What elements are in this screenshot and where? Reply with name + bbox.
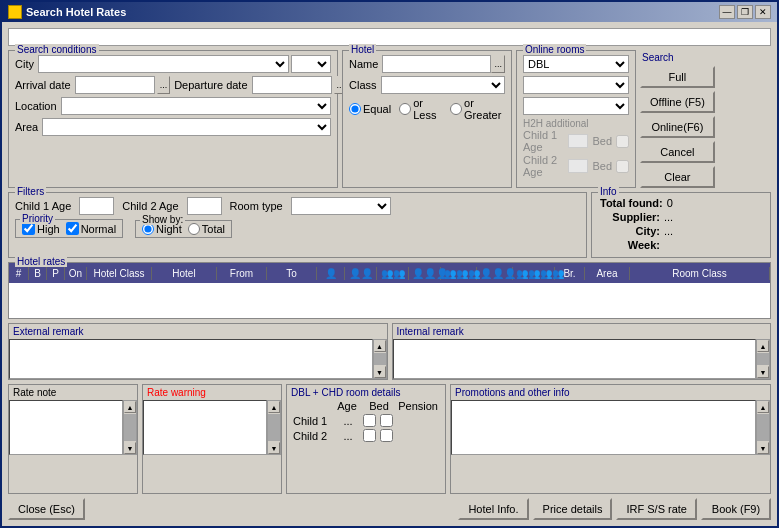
child2-name: Child 2	[293, 430, 333, 442]
arrival-label: Arrival date	[15, 79, 71, 91]
rate-warning-textarea[interactable]	[143, 400, 267, 455]
book-button[interactable]: Book (F9)	[701, 498, 771, 520]
location-select[interactable]	[61, 97, 331, 115]
h2h-bed-label2: Bed	[592, 160, 612, 172]
child2-pension-check[interactable]	[380, 429, 393, 442]
hotel-name-picker[interactable]: ...	[491, 55, 505, 73]
price-details-button[interactable]: Price details	[533, 498, 613, 520]
child1-bed-check[interactable]	[363, 414, 376, 427]
hotel-rates-label: Hotel rates	[15, 256, 67, 267]
child1-age-input[interactable]	[79, 197, 114, 215]
scroll-up-arrow2[interactable]: ▲	[757, 340, 769, 352]
hotel-rates-group: Hotel rates # B P On Hotel Class Hotel F…	[8, 262, 771, 319]
col-room-class: Room Class	[630, 267, 770, 280]
col-pax5: 👥👥👥	[441, 267, 477, 280]
restore-button[interactable]: ❐	[737, 5, 753, 19]
scroll-down4[interactable]: ▼	[268, 442, 280, 454]
scroll-up5[interactable]: ▲	[757, 401, 769, 413]
high-priority-label: High	[37, 223, 60, 235]
scroll-thumb	[374, 353, 386, 365]
hotel-name-input[interactable]	[382, 55, 491, 73]
promotions-textarea[interactable]	[451, 400, 756, 455]
content-area: Search conditions City Arrival date ... …	[2, 22, 777, 526]
h2h-child2-age-input	[568, 159, 589, 173]
online-room-select1[interactable]: DBL	[523, 55, 629, 73]
col-area: Area	[585, 267, 630, 280]
close-button[interactable]: ✕	[755, 5, 771, 19]
child1-pension-check[interactable]	[380, 414, 393, 427]
online-rooms-group: Online rooms DBL H2H additional Child 1 …	[516, 50, 636, 188]
minimize-button[interactable]: —	[719, 5, 735, 19]
total-found-row: Total found: 0	[600, 197, 762, 209]
normal-priority-check[interactable]	[66, 222, 79, 235]
cancel-button[interactable]: Cancel	[640, 141, 715, 163]
online-room-select3[interactable]	[523, 97, 629, 115]
rate-note-textarea[interactable]	[9, 400, 123, 455]
scroll-up-arrow[interactable]: ▲	[374, 340, 386, 352]
clear-button[interactable]: Clear	[640, 166, 715, 188]
col-pax1: 👤	[317, 267, 345, 280]
room-type-select[interactable]	[291, 197, 391, 215]
rate-note-wrapper: ▲ ▼	[9, 400, 137, 455]
scroll-up3[interactable]: ▲	[124, 401, 136, 413]
internal-remark-label: Internal remark	[393, 324, 771, 339]
online-room-select2[interactable]	[523, 76, 629, 94]
footer-buttons: Close (Esc) Hotel Info. Price details IR…	[8, 498, 771, 520]
scroll-down-arrow2[interactable]: ▼	[757, 366, 769, 378]
or-less-label: or Less	[413, 97, 442, 121]
full-search-button[interactable]: Full	[640, 66, 715, 88]
priority-label: Priority	[20, 213, 55, 224]
scroll-down-arrow[interactable]: ▼	[374, 366, 386, 378]
close-button[interactable]: Close (Esc)	[8, 498, 85, 520]
filters-bottom-row: Priority High Normal	[15, 219, 580, 238]
h2h-child2-bed-check[interactable]	[616, 160, 629, 173]
hotel-class-label: Class	[349, 79, 377, 91]
or-greater-label: or Greater	[464, 97, 505, 121]
city-select2[interactable]	[291, 55, 331, 73]
online-search-button[interactable]: Online(F6)	[640, 116, 715, 138]
col-hotel-class: Hotel Class	[87, 267, 152, 280]
h2h-child1-bed-check[interactable]	[616, 135, 629, 148]
equal-label: Equal	[363, 103, 391, 115]
departure-date-input[interactable]	[252, 76, 332, 94]
offline-search-button[interactable]: Offline (F5)	[640, 91, 715, 113]
scroll-down5[interactable]: ▼	[757, 442, 769, 454]
or-less-radio[interactable]	[399, 103, 411, 115]
child2-age-val: ...	[337, 430, 359, 442]
arrival-date-input[interactable]	[75, 76, 155, 94]
external-remark-textarea[interactable]	[9, 339, 373, 379]
hotel-info-button[interactable]: Hotel Info.	[458, 498, 528, 520]
col-p: P	[47, 267, 65, 280]
equal-radio[interactable]	[349, 103, 361, 115]
total-radio[interactable]	[188, 223, 200, 235]
col-hotel: Hotel	[152, 267, 217, 280]
rates-header: # B P On Hotel Class Hotel From To 👤 👤👤 …	[9, 263, 770, 283]
external-remark-label: External remark	[9, 324, 387, 339]
child1-age-val: ...	[337, 415, 359, 427]
arrival-date-picker[interactable]: ...	[157, 76, 171, 94]
top-bar	[8, 28, 771, 46]
filters-info-row: Filters Child 1 Age Child 2 Age Room typ…	[8, 192, 771, 258]
or-greater-radio[interactable]	[450, 103, 462, 115]
irf-rate-button[interactable]: IRF S/S rate	[616, 498, 697, 520]
filters-label: Filters	[15, 186, 46, 197]
rate-warning-wrapper: ▲ ▼	[143, 400, 281, 455]
scroll-up4[interactable]: ▲	[268, 401, 280, 413]
child2-age-input[interactable]	[187, 197, 222, 215]
scroll-down3[interactable]: ▼	[124, 442, 136, 454]
h2h-child1-age-input	[568, 134, 589, 148]
city-select[interactable]	[38, 55, 289, 73]
col-pax7: 👥👥👥👥	[513, 267, 555, 280]
filters-top-row: Child 1 Age Child 2 Age Room type	[15, 197, 580, 215]
child1-name: Child 1	[293, 415, 333, 427]
child2-bed-check[interactable]	[363, 429, 376, 442]
hotel-label: Hotel	[349, 44, 376, 55]
search-buttons-group: Search Full Offline (F5) Online(F6) Canc…	[640, 50, 715, 188]
internal-remark-textarea[interactable]	[393, 339, 757, 379]
area-select[interactable]	[42, 118, 331, 136]
col-on: On	[65, 267, 87, 280]
h2h-child2-row: Child 2 Age Bed	[523, 154, 629, 178]
hotel-class-select[interactable]	[381, 76, 505, 94]
promo-wrapper: ▲ ▼	[451, 400, 770, 455]
location-label: Location	[15, 100, 57, 112]
